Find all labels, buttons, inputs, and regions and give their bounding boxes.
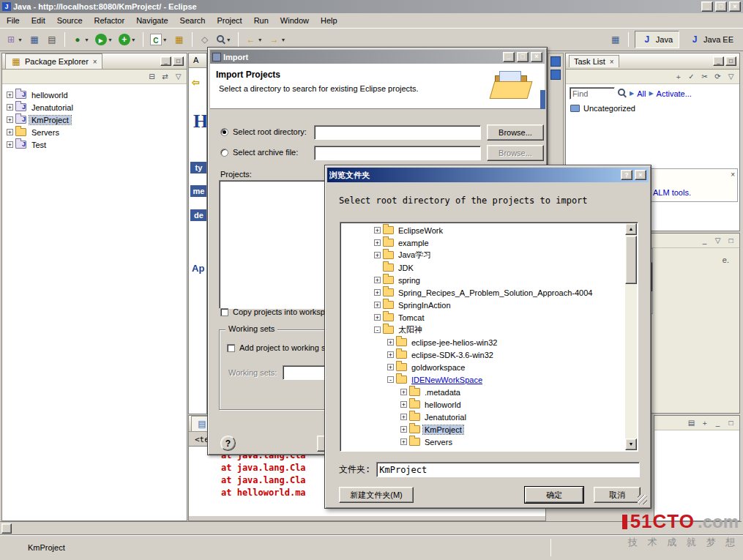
run-button[interactable]: ▼: [93, 31, 115, 48]
tree-item[interactable]: +SpringInAction: [342, 299, 624, 311]
delete-task-icon[interactable]: ✂: [699, 72, 710, 82]
resize-grip[interactable]: [638, 495, 647, 504]
tree-expander-icon[interactable]: +: [374, 239, 381, 246]
tree-item[interactable]: -太阳神: [342, 324, 624, 336]
tree-expander-icon[interactable]: +: [387, 351, 394, 358]
tree-item[interactable]: +Java学习: [342, 249, 624, 261]
menu-run[interactable]: Run: [249, 14, 274, 27]
tree-expander-icon[interactable]: +: [7, 129, 13, 135]
activate-link[interactable]: Activate...: [657, 89, 692, 98]
view-menu-icon[interactable]: ▽: [725, 72, 736, 82]
close-view-icon[interactable]: ×: [93, 58, 97, 66]
editor-tab[interactable]: A: [189, 53, 206, 68]
tree-expander-icon[interactable]: +: [7, 116, 13, 123]
tree-row-jenatutorial[interactable]: +Jenatutorial: [2, 101, 187, 113]
close-popup-icon[interactable]: ×: [731, 171, 735, 179]
debug-button[interactable]: ▼: [70, 31, 92, 48]
folder-tree[interactable]: +EclipseWork +example +Java学习 JDK +sprin…: [340, 222, 638, 452]
close-button[interactable]: ×: [531, 52, 542, 62]
tree-row-helloworld[interactable]: +helloworld: [2, 89, 187, 101]
tree-expander-icon[interactable]: +: [374, 314, 381, 321]
menu-navigate[interactable]: Navigate: [131, 14, 173, 27]
tree-item[interactable]: +goldworkspace: [342, 361, 624, 373]
close-button[interactable]: ×: [635, 170, 646, 180]
scrollbar-track[interactable]: ▲ ▼: [625, 223, 637, 450]
menu-source[interactable]: Source: [52, 14, 88, 27]
tree-expander-icon[interactable]: +: [7, 92, 13, 98]
scroll-down-icon[interactable]: ▼: [625, 438, 637, 450]
nav-back-icon[interactable]: ⇦: [192, 77, 200, 88]
tree-expander-icon[interactable]: +: [400, 414, 407, 420]
tree-item[interactable]: +Spring_Recipes_A_Problem_Solution_Appro…: [342, 286, 624, 299]
dropdown-caret-icon[interactable]: ▼: [131, 37, 136, 42]
menu-project[interactable]: Project: [212, 14, 247, 27]
print-button[interactable]: [44, 31, 60, 48]
menu-window[interactable]: Window: [275, 14, 314, 27]
tree-expander-icon[interactable]: -: [387, 376, 394, 383]
new-folder-button[interactable]: 新建文件夹(M): [339, 487, 414, 503]
perspective-java-button[interactable]: Java: [635, 31, 679, 48]
tree-expander-icon[interactable]: -: [374, 326, 381, 333]
dropdown-caret-icon[interactable]: ▼: [84, 37, 89, 42]
help-button[interactable]: ?: [220, 436, 236, 451]
perspective-javaee-button[interactable]: Java EE: [682, 31, 740, 48]
tree-expander-icon[interactable]: +: [400, 438, 407, 445]
collapse-all-icon[interactable]: ⊟: [146, 72, 157, 82]
maximize-view-icon[interactable]: □: [725, 236, 736, 246]
synchronize-icon[interactable]: ⟳: [712, 72, 723, 82]
tree-expander-icon[interactable]: +: [7, 141, 13, 148]
maximize-view-button[interactable]: □: [725, 56, 736, 66]
tree-expander-icon[interactable]: +: [374, 277, 381, 283]
tree-expander-icon[interactable]: +: [400, 401, 407, 408]
maximize-view-icon[interactable]: □: [725, 418, 736, 428]
dropdown-caret-icon[interactable]: ▼: [281, 37, 286, 42]
minimize-view-icon[interactable]: _: [712, 418, 723, 428]
restore-view-icon[interactable]: [1, 523, 12, 534]
new-package-button[interactable]: [171, 31, 187, 48]
dropdown-caret-icon[interactable]: ▼: [226, 37, 231, 42]
tree-item[interactable]: -IDENewWorkSpace: [342, 373, 624, 386]
tree-expander-icon[interactable]: +: [387, 364, 394, 370]
forward-button[interactable]: ▼: [266, 31, 288, 48]
tree-item[interactable]: +helloworld: [342, 398, 624, 411]
tree-expander-icon[interactable]: +: [400, 389, 407, 395]
tree-item-label-hover[interactable]: IDENewWorkSpace: [410, 376, 484, 384]
open-type-button[interactable]: [197, 31, 213, 48]
dropdown-caret-icon[interactable]: ▼: [258, 37, 263, 42]
tree-item[interactable]: +.metadata: [342, 386, 624, 398]
perspective-open-button[interactable]: [608, 31, 624, 48]
dropdown-caret-icon[interactable]: ▼: [163, 37, 168, 42]
browse-dialog-titlebar[interactable]: 浏览文件夹 ? ×: [327, 168, 649, 182]
view-menu-icon[interactable]: ▽: [712, 236, 723, 246]
uncategorized-row[interactable]: Uncategorized: [566, 102, 739, 116]
find-input[interactable]: [570, 87, 615, 100]
minimize-button[interactable]: _: [701, 1, 713, 12]
external-tools-button[interactable]: ▼: [116, 31, 138, 48]
search-button[interactable]: ▼: [214, 33, 234, 47]
tree-item[interactable]: +eclipse-jee-helios-win32: [342, 336, 624, 348]
tree-item[interactable]: JDK: [342, 261, 624, 274]
archive-file-input[interactable]: [314, 146, 481, 160]
select-root-directory-radio[interactable]: [220, 128, 228, 136]
tree-expander-icon[interactable]: +: [387, 339, 394, 346]
tree-item[interactable]: +eclipse-SDK-3.6-win32: [342, 348, 624, 361]
ok-button[interactable]: 确定: [525, 487, 583, 503]
tree-row-test[interactable]: +Test: [2, 138, 187, 151]
link-with-editor-icon[interactable]: ⇄: [160, 72, 171, 82]
task-list-tab[interactable]: Task List ×: [569, 55, 619, 67]
tree-item[interactable]: +EclipseWork: [342, 224, 624, 236]
maximize-button[interactable]: □: [517, 52, 529, 62]
maximize-button[interactable]: □: [715, 1, 727, 12]
tree-expander-icon[interactable]: +: [374, 302, 381, 308]
all-link[interactable]: All: [637, 89, 646, 98]
minimize-button[interactable]: _: [503, 52, 515, 62]
new-wizard-button[interactable]: ▼: [3, 31, 25, 48]
menu-search[interactable]: Search: [175, 14, 211, 27]
minimize-view-button[interactable]: _: [713, 56, 724, 66]
menu-refactor[interactable]: Refactor: [89, 14, 130, 27]
add-working-set-checkbox[interactable]: [227, 344, 235, 352]
tree-item-label-selected[interactable]: KmProject: [423, 425, 463, 434]
select-archive-file-radio[interactable]: [220, 149, 228, 157]
search-icon[interactable]: [618, 89, 627, 98]
back-button[interactable]: ▼: [243, 31, 265, 48]
